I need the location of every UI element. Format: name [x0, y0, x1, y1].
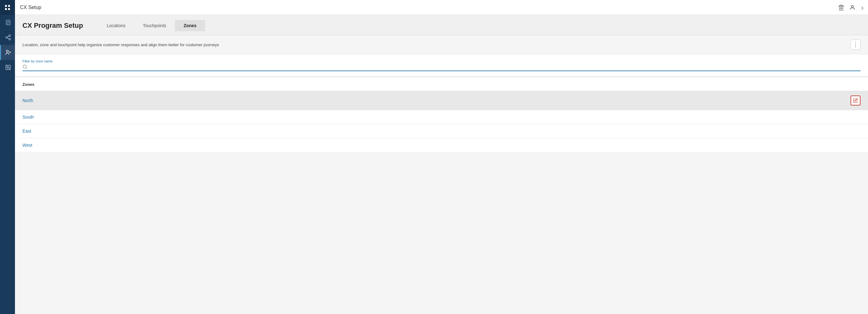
page-header: CX Program Setup Locations Touchpoints Z…	[15, 15, 868, 35]
zone-name-east: East	[23, 129, 31, 134]
more-options-button[interactable]: ⋮	[850, 40, 861, 50]
sidebar-item-tasks[interactable]	[0, 15, 15, 30]
svg-point-8	[9, 35, 10, 36]
table-row[interactable]: South	[15, 110, 868, 124]
topbar-title: CX Setup	[20, 5, 41, 10]
bank-icon[interactable]	[838, 4, 844, 10]
svg-line-11	[7, 38, 9, 39]
svg-point-13	[6, 50, 8, 52]
tab-touchpoints[interactable]: Touchpoints	[134, 20, 175, 31]
apps-grid-button[interactable]	[0, 0, 15, 15]
table-section: Zones North South East	[15, 78, 868, 152]
subtitle-bar: Location, zone and touchpoint help organ…	[15, 35, 868, 54]
table-row[interactable]: North	[15, 91, 868, 110]
sidebar-item-share[interactable]	[0, 30, 15, 45]
svg-rect-19	[8, 69, 10, 69]
table-row[interactable]: West	[15, 138, 868, 152]
filter-input-wrapper	[23, 64, 861, 71]
svg-rect-16	[6, 65, 7, 66]
filter-section: Filter by zone name	[15, 54, 868, 77]
table-row[interactable]: East	[15, 124, 868, 138]
topbar-right	[838, 4, 863, 10]
sidebar-item-cx[interactable]	[0, 45, 15, 60]
svg-rect-2	[5, 8, 7, 10]
tab-zones[interactable]: Zones	[175, 20, 205, 31]
svg-line-12	[7, 36, 9, 37]
svg-rect-3	[8, 8, 10, 10]
svg-rect-1	[8, 5, 10, 7]
svg-point-9	[6, 37, 7, 38]
svg-point-10	[9, 38, 10, 40]
svg-point-26	[851, 5, 854, 7]
main-wrapper: CX Setup	[15, 0, 868, 314]
zones-header-label: Zones	[23, 82, 34, 87]
topbar: CX Setup	[15, 0, 868, 15]
subtitle-text: Location, zone and touchpoint help organ…	[23, 42, 219, 47]
sidebar	[0, 0, 15, 314]
zone-name-south: South	[23, 115, 34, 119]
page-header-top: CX Program Setup Locations Touchpoints Z…	[23, 20, 861, 31]
chevron-right-icon	[860, 6, 863, 10]
svg-marker-25	[839, 5, 844, 6]
page-title: CX Program Setup	[23, 22, 83, 30]
edit-north-button[interactable]	[850, 95, 861, 106]
table-header: Zones	[15, 78, 868, 91]
zone-name-north: North	[23, 98, 33, 103]
content-area: CX Program Setup Locations Touchpoints Z…	[15, 15, 868, 314]
filter-label: Filter by zone name	[23, 59, 861, 63]
tab-locations[interactable]: Locations	[98, 20, 134, 31]
svg-rect-18	[8, 65, 10, 68]
filter-input[interactable]	[30, 64, 861, 69]
sidebar-item-dashboard[interactable]	[0, 60, 15, 75]
user-icon[interactable]	[849, 4, 856, 10]
svg-rect-17	[6, 67, 7, 69]
search-icon	[23, 64, 27, 69]
tabs: Locations Touchpoints Zones	[98, 20, 205, 31]
zone-name-west: West	[23, 143, 32, 148]
svg-point-27	[23, 65, 27, 68]
svg-line-28	[26, 68, 27, 69]
svg-rect-0	[5, 5, 7, 7]
